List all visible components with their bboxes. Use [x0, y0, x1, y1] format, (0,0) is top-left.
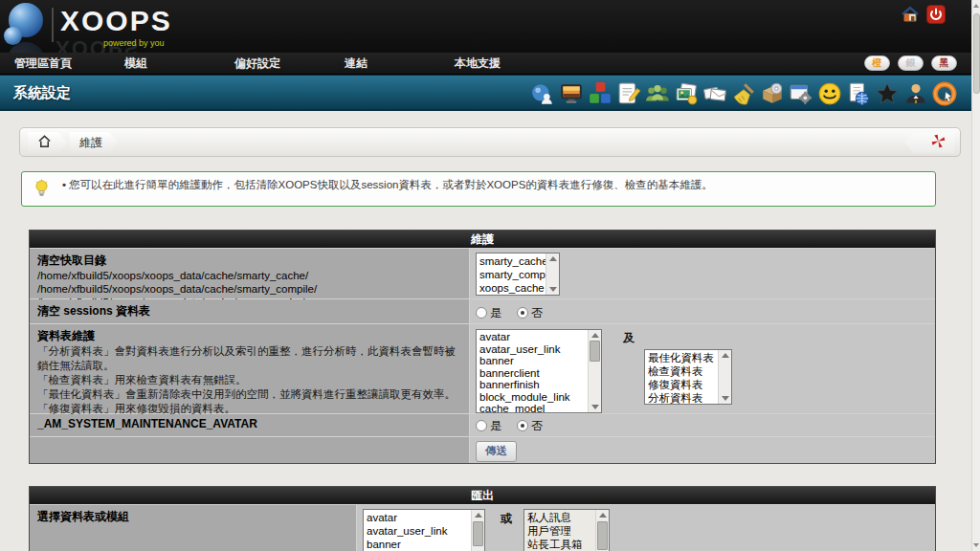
mail-users-icon[interactable]: [702, 80, 727, 106]
row-label-cell: 資料表維護 「分析資料表」會對資料表進行分析以及索引的重整，進行分析時，此資料表…: [30, 324, 470, 413]
users-icon[interactable]: [902, 80, 928, 106]
xoops-globe-small-icon: [4, 27, 22, 45]
row-clear-sessions: 清空 sessions 資料表 是 否: [30, 298, 935, 323]
option[interactable]: block_module_link: [479, 391, 586, 404]
theme-button-black[interactable]: 黑: [931, 55, 957, 71]
breadcrumb-current[interactable]: 維護: [70, 132, 118, 153]
maintenance-action-select[interactable]: 最佳化資料表檢查資料表修復資料表分析資料表: [644, 349, 732, 405]
export-table: 匯出 選擇資料表或模組 avataravatar_user_linkbanner…: [29, 486, 936, 551]
submit-cell: 傳送: [470, 437, 935, 463]
option[interactable]: 檢查資料表: [648, 364, 716, 378]
preferences-icon[interactable]: [788, 80, 813, 106]
admin-toolbar: [529, 80, 957, 106]
home-icon[interactable]: [901, 5, 920, 24]
row-input-cell: 是 否: [470, 414, 935, 436]
user-ranks-star-icon[interactable]: [874, 80, 900, 106]
scrollbar-thumb[interactable]: [973, 13, 980, 94]
conjunction-and: 及: [623, 330, 635, 346]
modules-icon[interactable]: [759, 80, 785, 106]
row-label-cell: 清空 sessions 資料表: [30, 299, 470, 323]
nav-item-modules[interactable]: 模組: [110, 55, 220, 72]
db-tables-select[interactable]: avataravatar_user_linkbannerbannerclient…: [476, 329, 602, 413]
page-scrollbar[interactable]: [971, 0, 980, 551]
main-nav: 管理區首頁 模組 偏好設定 連結 本地支援 橙 銀 黑: [0, 53, 980, 75]
section-titlebar: 系統設定: [0, 75, 980, 111]
row-input-cell: avataravatar_user_linkbannerbannerclient…: [470, 324, 935, 413]
listbox-scrollbar[interactable]: [471, 510, 484, 551]
option[interactable]: 修復資料表: [648, 378, 716, 391]
listbox-scrollbar[interactable]: [595, 510, 609, 551]
logout-power-icon[interactable]: [926, 5, 946, 24]
export-table-title: 匯出: [30, 487, 935, 504]
submit-button[interactable]: 傳送: [476, 441, 517, 462]
breadcrumb-home[interactable]: [28, 132, 67, 153]
lightbulb-icon: [33, 178, 53, 202]
option[interactable]: cache_model: [479, 403, 586, 413]
option[interactable]: 用戶管理: [527, 524, 593, 538]
option[interactable]: xoops_cache: [479, 281, 544, 295]
logo-divider: [52, 8, 54, 42]
export-tables-select[interactable]: avataravatar_user_linkbannerbannerclient: [363, 509, 485, 551]
cache-dirs-select[interactable]: smarty_cachesmarty_compilexoops_cache: [476, 253, 560, 296]
option[interactable]: smarty_cache: [479, 254, 544, 268]
option[interactable]: bannerclient: [479, 367, 586, 380]
groups-icon[interactable]: [644, 80, 670, 106]
image-manager-icon[interactable]: [673, 80, 699, 106]
blocks-icon[interactable]: [587, 80, 612, 106]
nav-item-local-support[interactable]: 本地支援: [440, 55, 550, 72]
theme-button-orange[interactable]: 橙: [864, 55, 890, 71]
option[interactable]: bannerfinish: [479, 379, 586, 391]
scroll-up-arrow[interactable]: [973, 4, 979, 8]
option[interactable]: avatar_user_link: [367, 524, 469, 538]
breadcrumb-action[interactable]: [904, 132, 954, 153]
avatar-no-radio[interactable]: [517, 420, 528, 431]
option[interactable]: 站長工具箱: [527, 538, 593, 551]
top-header: XOOPS XOOPS powered by you: [0, 0, 980, 53]
theme-button-silver[interactable]: 銀: [898, 55, 924, 71]
option[interactable]: banner: [367, 538, 469, 551]
option[interactable]: 私人訊息: [527, 511, 593, 524]
maintenance-table-title: 維護: [30, 231, 935, 248]
row-export-select: 選擇資料表或模組 avataravatar_user_linkbannerban…: [30, 504, 935, 551]
xoops-pinwheel-icon: [930, 133, 947, 152]
scroll-down-arrow[interactable]: [973, 543, 979, 547]
help-icon[interactable]: [931, 80, 957, 106]
maintenance-broom-icon[interactable]: [730, 80, 756, 106]
row-label-cell: 選擇資料表或模組: [30, 505, 357, 551]
info-box: •您可以在此進行簡單的維護動作，包括清除XOOPS快取以及session資料表，…: [21, 171, 936, 207]
logo-text: XOOPS: [60, 5, 172, 37]
option[interactable]: 分析資料表: [648, 391, 716, 405]
export-modules-select[interactable]: 私人訊息用戶管理站長工具箱本站消息: [523, 509, 610, 551]
logo-tagline: powered by you: [103, 38, 165, 48]
row-table-maintenance: 資料表維護 「分析資料表」會對資料表進行分析以及索引的重整，進行分析時，此資料表…: [30, 323, 935, 413]
sessions-yes-radio[interactable]: [476, 307, 487, 319]
option[interactable]: avatar_user_link: [479, 343, 586, 356]
info-text: •您可以在此進行簡單的維護動作，包括清除XOOPS快取以及session資料表，…: [62, 176, 904, 191]
row-input-cell: smarty_cachesmarty_compilexoops_cache: [470, 249, 935, 298]
avatar-yes-radio[interactable]: [476, 420, 487, 431]
avatars-icon[interactable]: [529, 80, 555, 106]
listbox-scrollbar[interactable]: [546, 253, 559, 295]
comments-icon[interactable]: [615, 80, 641, 106]
breadcrumb: 維護: [19, 127, 961, 157]
nav-item-links[interactable]: 連結: [330, 55, 440, 72]
sessions-no-radio[interactable]: [517, 307, 528, 319]
row-clear-cache: 清空快取目錄 /home/xfbuild5/xoops/xoops_data/c…: [30, 248, 935, 298]
smilies-icon[interactable]: [816, 80, 842, 106]
listbox-scrollbar[interactable]: [588, 330, 601, 412]
option[interactable]: avatar: [367, 511, 469, 524]
nav-item-preferences[interactable]: 偏好設定: [220, 55, 330, 72]
option[interactable]: 最佳化資料表: [648, 351, 716, 364]
maintenance-table: 維護 清空快取目錄 /home/xfbuild5/xoops/xoops_dat…: [29, 230, 936, 464]
option[interactable]: banner: [479, 355, 586, 367]
row-label-cell: 清空快取目錄 /home/xfbuild5/xoops/xoops_data/c…: [30, 249, 470, 298]
row-avatar-maintenance: _AM_SYSTEM_MAINTENANCE_AVATAR 是 否: [30, 413, 935, 436]
option[interactable]: avatar: [479, 331, 586, 343]
row-input-cell: 是 否: [470, 299, 935, 323]
nav-item-admin-home[interactable]: 管理區首頁: [0, 55, 110, 72]
listbox-scrollbar[interactable]: [718, 350, 731, 404]
row-submit: 傳送: [30, 436, 935, 463]
option[interactable]: smarty_compile: [479, 268, 544, 281]
banners-icon[interactable]: [558, 80, 584, 106]
template-sets-icon[interactable]: [845, 80, 871, 106]
